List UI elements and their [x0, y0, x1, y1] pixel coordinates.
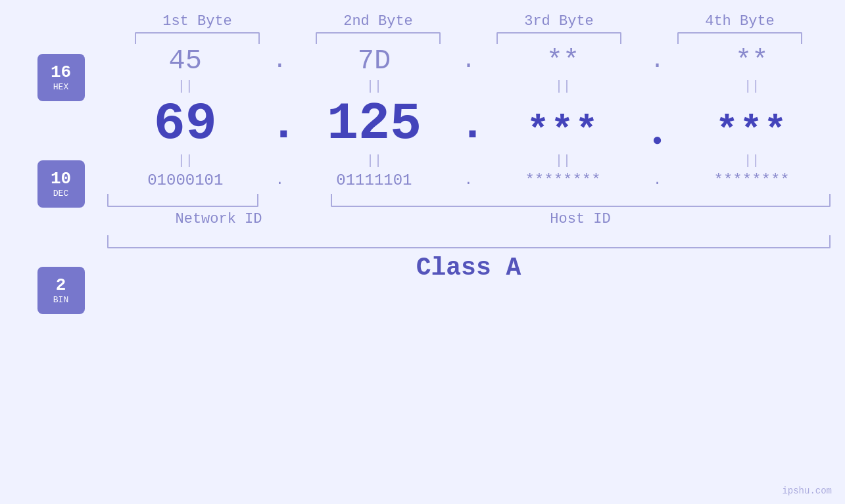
- watermark: ipshu.com: [782, 486, 832, 496]
- bin-b2: 01111101: [336, 172, 412, 189]
- hex-badge-label: HEX: [53, 82, 68, 92]
- hex-row: 45 . 7D . ** . **: [107, 47, 831, 75]
- host-id-label: Host ID: [550, 211, 610, 227]
- bin-dot2: .: [464, 172, 473, 189]
- hex-dot3: .: [650, 47, 665, 74]
- byte1-header: 1st Byte: [125, 13, 270, 30]
- bracket-b3: [496, 32, 621, 44]
- byte3-header: 3rd Byte: [487, 13, 631, 30]
- bin-badge-label: BIN: [53, 295, 68, 305]
- dec-dot2: .: [458, 99, 486, 156]
- hex-badge: 16 HEX: [37, 54, 85, 101]
- badges-column: 16 HEX 10 DEC 2 BIN: [15, 54, 107, 314]
- bin-dot3: .: [653, 172, 662, 189]
- dec-b4: ***: [715, 110, 788, 152]
- dec-badge-label: DEC: [53, 189, 68, 198]
- network-id-label: Network ID: [175, 211, 262, 227]
- bin-b1: 01000101: [147, 172, 223, 189]
- equals-hex-dec: || || || ||: [107, 79, 831, 94]
- hex-b1: 45: [169, 45, 202, 77]
- network-bracket: [107, 194, 258, 207]
- byte-headers: 1st Byte 2nd Byte 3rd Byte 4th Byte: [107, 13, 831, 30]
- main-container: 1st Byte 2nd Byte 3rd Byte 4th Byte 16 H…: [0, 0, 845, 504]
- bin-b4: ********: [714, 172, 790, 189]
- dec-dot1: .: [270, 99, 297, 156]
- bin-badge: 2 BIN: [37, 267, 85, 314]
- hex-dot1: .: [273, 47, 287, 74]
- dec-b1: 69: [154, 94, 217, 154]
- hex-b3: **: [546, 45, 579, 77]
- full-bracket: [107, 235, 831, 248]
- byte4-header: 4th Byte: [667, 13, 812, 30]
- dec-row: 69 . 125 . *** ● ***: [107, 98, 831, 150]
- class-label: Class A: [416, 254, 521, 282]
- hex-b4: **: [735, 45, 768, 77]
- host-bracket: [331, 194, 831, 207]
- dec-b2: 125: [327, 94, 422, 154]
- bracket-b4: [677, 32, 802, 44]
- hex-dot2: .: [462, 47, 476, 74]
- bracket-b1: [135, 32, 260, 44]
- bin-badge-number: 2: [56, 277, 66, 294]
- equals-dec-bin: || || || ||: [107, 153, 831, 168]
- dec-badge-number: 10: [51, 170, 71, 187]
- bracket-b2: [316, 32, 441, 44]
- bin-row: 01000101 . 01111101 . ******** .: [107, 172, 831, 189]
- byte2-header: 2nd Byte: [306, 13, 450, 30]
- dec-dot3: ●: [652, 131, 663, 150]
- top-brackets: [107, 32, 831, 44]
- dec-badge: 10 DEC: [37, 160, 85, 208]
- hex-b2: 7D: [358, 45, 391, 77]
- dec-b3: ***: [527, 110, 599, 152]
- bin-dot1: .: [276, 172, 284, 189]
- bin-b3: ********: [525, 172, 600, 189]
- hex-badge-number: 16: [51, 64, 71, 81]
